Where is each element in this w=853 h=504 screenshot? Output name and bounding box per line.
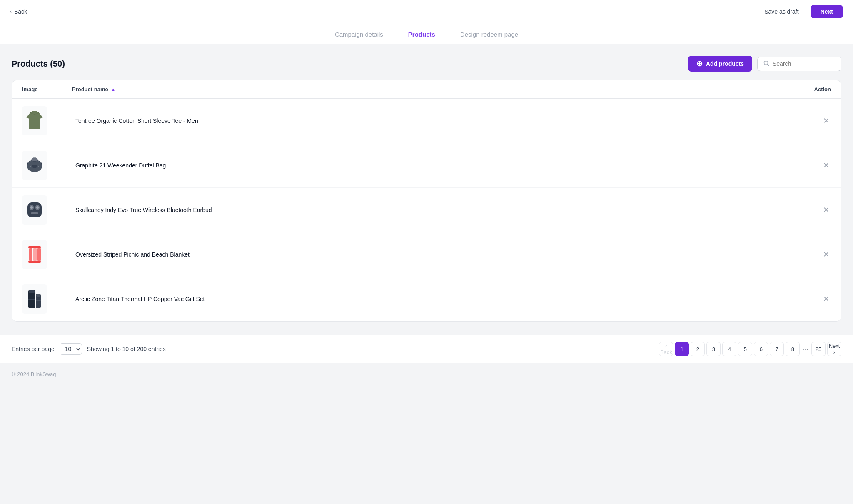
product-thumbnail [22,284,47,314]
back-label: Back [14,8,27,15]
products-header: Products (50) ⊕ Add products [12,56,841,72]
table-header-row: Image Product name ▲ Action [12,80,841,99]
remove-product-button[interactable]: ✕ [821,160,831,171]
table-row: Tentree Organic Cotton Short Sleeve Tee … [12,99,841,143]
svg-rect-11 [31,212,38,214]
pagination-page-2[interactable]: 2 [691,342,705,356]
pagination-page-3[interactable]: 3 [706,342,721,356]
svg-rect-18 [29,290,35,293]
action-cell: ✕ [821,160,831,171]
add-products-label: Add products [706,60,744,67]
remove-product-button[interactable]: ✕ [821,205,831,215]
product-image-cell [22,240,72,269]
product-thumbnail [22,195,47,225]
pagination-page-8[interactable]: 8 [786,342,800,356]
search-icon [763,60,769,67]
product-name: Arctic Zone Titan Thermal HP Copper Vac … [72,296,821,302]
sort-icon: ▲ [111,87,116,92]
entries-section: Entries per page 10 25 50 Showing 1 to 1… [12,343,166,355]
col-header-image: Image [22,86,72,92]
action-cell: ✕ [821,249,831,260]
pagination-page-25[interactable]: 25 [811,342,826,356]
entries-info: Showing 1 to 10 of 200 entries [87,346,166,352]
product-thumbnail [22,240,47,269]
svg-rect-12 [29,248,32,261]
product-name: Graphite 21 Weekender Duffel Bag [72,162,821,169]
svg-rect-21 [28,299,35,300]
plus-icon: ⊕ [696,60,703,67]
svg-rect-16 [28,261,41,263]
product-name: Oversized Striped Picnic and Beach Blank… [72,251,821,258]
remove-product-button[interactable]: ✕ [821,115,831,126]
save-draft-button[interactable]: Save as draft [758,5,806,18]
action-cell: ✕ [821,115,831,126]
table-row: Arctic Zone Titan Thermal HP Copper Vac … [12,277,841,321]
product-image-cell [22,284,72,314]
top-bar-actions: Save as draft Next [758,5,843,18]
svg-rect-3 [32,158,37,161]
pagination-page-4[interactable]: 4 [722,342,736,356]
product-thumbnail [22,151,47,180]
step-campaign-details[interactable]: Campaign details [335,31,383,38]
svg-line-1 [768,64,769,66]
remove-product-button[interactable]: ✕ [821,294,831,304]
page-footer: Entries per page 10 25 50 Showing 1 to 1… [0,335,853,363]
pagination-page-7[interactable]: 7 [770,342,784,356]
product-name: Tentree Organic Cotton Short Sleeve Tee … [72,117,821,124]
back-button[interactable]: ‹ Back [10,8,27,15]
copyright-footer: © 2024 BlinkSwag [0,363,853,386]
pagination-back-button[interactable]: ‹ Back [659,342,673,356]
search-input[interactable] [773,60,835,67]
action-cell: ✕ [821,205,831,215]
page-content: Products (50) ⊕ Add products Image [0,44,853,327]
back-chevron-icon: ‹ [10,9,12,15]
pagination-next-button[interactable]: Next › [827,342,841,356]
pagination: ‹ Back 1 2 3 4 5 6 7 8 ··· 25 Next › [659,342,841,356]
table-row: Graphite 21 Weekender Duffel Bag ✕ [12,143,841,188]
action-cell: ✕ [821,294,831,304]
entries-per-page-select[interactable]: 10 25 50 [60,343,82,355]
entries-per-page-label: Entries per page [12,346,55,352]
pagination-dots: ··· [801,346,810,352]
svg-rect-5 [32,165,37,168]
product-name: Skullcandy Indy Evo True Wireless Blueto… [72,207,821,213]
product-image-cell [22,106,72,135]
remove-product-button[interactable]: ✕ [821,249,831,260]
svg-rect-20 [36,294,40,297]
svg-rect-13 [33,248,37,261]
step-design-redeem-page[interactable]: Design redeem page [460,31,518,38]
svg-point-10 [36,206,39,209]
svg-rect-14 [37,248,41,261]
table-row: Oversized Striped Picnic and Beach Blank… [12,232,841,277]
svg-rect-15 [28,246,41,248]
col-header-product-name[interactable]: Product name ▲ [72,86,814,92]
table-row: Skullcandy Indy Evo True Wireless Blueto… [12,188,841,232]
product-image-cell [22,151,72,180]
steps-navigation: Campaign details Products Design redeem … [0,23,853,44]
pagination-page-5[interactable]: 5 [738,342,752,356]
pagination-page-6[interactable]: 6 [754,342,768,356]
svg-point-9 [30,206,33,209]
products-title: Products (50) [12,59,65,69]
copyright-text: © 2024 BlinkSwag [12,371,56,377]
col-header-action: Action [814,86,831,92]
next-button-top[interactable]: Next [811,5,843,18]
step-products[interactable]: Products [408,31,435,38]
product-image-cell [22,195,72,225]
search-box [757,57,841,71]
products-table: Image Product name ▲ Action [12,80,841,322]
header-actions: ⊕ Add products [688,56,841,72]
top-bar: ‹ Back Save as draft Next [0,0,853,23]
svg-rect-22 [36,300,41,301]
pagination-page-1[interactable]: 1 [675,342,689,356]
svg-rect-6 [27,202,42,217]
product-thumbnail [22,106,47,135]
add-products-button[interactable]: ⊕ Add products [688,56,752,72]
